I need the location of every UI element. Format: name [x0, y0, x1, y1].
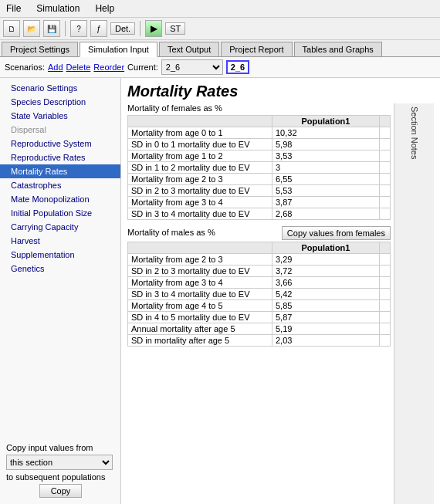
row-value[interactable]: 5,42: [272, 289, 380, 300]
reorder-scenario[interactable]: Reorder: [93, 63, 124, 72]
current-label: Current:: [127, 63, 158, 72]
table-row[interactable]: Mortality from age 0 to 110,32: [128, 127, 391, 139]
sidebar: Scenario Settings Species Description St…: [0, 78, 121, 504]
row-label: Mortality from age 3 to 4: [128, 277, 272, 289]
tab-tables-graphs[interactable]: Tables and Graphs: [294, 42, 382, 56]
table-row[interactable]: Mortality from age 2 to 33,29: [128, 254, 391, 266]
new-button[interactable]: 🗋: [3, 20, 20, 37]
row-value[interactable]: 5,98: [272, 139, 380, 151]
row-value[interactable]: 3,53: [272, 151, 380, 162]
table-row[interactable]: SD in 4 to 5 mortality due to EV5,87: [128, 312, 391, 323]
sidebar-item-species-description[interactable]: Species Description: [0, 95, 120, 109]
females-table: Population1 Mortality from age 0 to 110,…: [127, 115, 391, 220]
row-scroll-spacer: [380, 323, 391, 335]
det-button[interactable]: Det.: [110, 22, 135, 35]
tab-simulation-input[interactable]: Simulation Input: [80, 42, 157, 57]
table-row[interactable]: Mortality from age 2 to 36,55: [128, 174, 391, 185]
content-main: Mortality of females as % Population1: [127, 103, 394, 504]
table-row[interactable]: Annual mortality after age 55,19: [128, 323, 391, 335]
table-row[interactable]: SD in 2 to 3 mortality due to EV3,72: [128, 266, 391, 277]
row-value[interactable]: 3,29: [272, 254, 380, 266]
table-row[interactable]: Mortality from age 3 to 43,87: [128, 197, 391, 208]
row-value[interactable]: 3,66: [272, 277, 380, 289]
scenario-dropdown[interactable]: 2_6: [161, 59, 223, 75]
menu-help[interactable]: Help: [92, 2, 117, 15]
copy-label: Copy input values from: [6, 443, 115, 452]
row-value[interactable]: 3,87: [272, 197, 380, 208]
females-table-container[interactable]: Population1 Mortality from age 0 to 110,…: [127, 115, 391, 220]
row-label: Mortality from age 0 to 1: [128, 127, 272, 139]
females-table-label: Mortality of females as %: [127, 103, 391, 113]
open-button[interactable]: 📂: [23, 20, 40, 37]
table-row[interactable]: SD in 3 to 4 mortality due to EV5,42: [128, 289, 391, 300]
females-table-wrap: Population1 Mortality from age 0 to 110,…: [127, 115, 391, 220]
copy-section: Copy input values from this section to s…: [0, 443, 121, 498]
tabbar: Project Settings Simulation Input Text O…: [0, 40, 440, 57]
row-label: SD in 3 to 4 mortality due to EV: [128, 289, 272, 300]
table-row[interactable]: SD in 0 to 1 mortality due to EV5,98: [128, 139, 391, 151]
table-row[interactable]: Mortality from age 1 to 23,53: [128, 151, 391, 162]
sidebar-item-state-variables[interactable]: State Variables: [0, 109, 120, 123]
females-col-pop: Population1: [272, 116, 380, 127]
tab-text-output[interactable]: Text Output: [159, 42, 219, 56]
table-row[interactable]: Mortality from age 4 to 55,85: [128, 300, 391, 312]
row-value[interactable]: 3: [272, 162, 380, 174]
sidebar-item-harvest[interactable]: Harvest: [0, 234, 120, 248]
sidebar-item-catastrophes[interactable]: Catastrophes: [0, 178, 120, 192]
help-button[interactable]: ?: [70, 20, 87, 37]
sidebar-item-supplementation[interactable]: Supplementation: [0, 248, 120, 262]
row-label: SD in 0 to 1 mortality due to EV: [128, 139, 272, 151]
row-value[interactable]: 5,87: [272, 312, 380, 323]
row-scroll-spacer: [380, 151, 391, 162]
row-label: Mortality from age 4 to 5: [128, 300, 272, 312]
row-value[interactable]: 6,55: [272, 174, 380, 185]
table-row[interactable]: Mortality from age 3 to 43,66: [128, 277, 391, 289]
toolbar: 🗋 📂 💾 ? ƒ Det. ▶ ST: [0, 18, 440, 40]
row-scroll-spacer: [380, 127, 391, 139]
sidebar-item-reproductive-system[interactable]: Reproductive System: [0, 137, 120, 151]
sidebar-item-genetics[interactable]: Genetics: [0, 262, 120, 276]
formula-button[interactable]: ƒ: [90, 20, 107, 37]
row-value[interactable]: 5,85: [272, 300, 380, 312]
row-value[interactable]: 2,03: [272, 335, 380, 347]
sidebar-item-carrying-capacity[interactable]: Carrying Capacity: [0, 220, 120, 234]
row-label: Mortality from age 3 to 4: [128, 197, 272, 208]
tab-project-report[interactable]: Project Report: [221, 42, 292, 56]
row-value[interactable]: 5,53: [272, 185, 380, 197]
table-row[interactable]: SD in 2 to 3 mortality due to EV5,53: [128, 185, 391, 197]
table-row[interactable]: SD in mortality after age 52,03: [128, 335, 391, 347]
run-button[interactable]: ▶: [145, 20, 162, 37]
save-button[interactable]: 💾: [43, 20, 60, 37]
table-row[interactable]: SD in 3 to 4 mortality due to EV2,68: [128, 208, 391, 220]
delete-scenario[interactable]: Delete: [66, 63, 91, 72]
row-scroll-spacer: [380, 289, 391, 300]
tab-project-settings[interactable]: Project Settings: [2, 42, 78, 56]
row-value[interactable]: 3,72: [272, 266, 380, 277]
row-label: SD in 2 to 3 mortality due to EV: [128, 266, 272, 277]
st-button[interactable]: ST: [165, 22, 185, 35]
row-value[interactable]: 10,32: [272, 127, 380, 139]
menu-simulation[interactable]: Simulation: [33, 2, 83, 15]
males-table-container[interactable]: Population1 Mortality from age 2 to 33,2…: [127, 242, 391, 347]
sidebar-item-initial-population[interactable]: Initial Population Size: [0, 206, 120, 220]
row-label: SD in mortality after age 5: [128, 335, 272, 347]
section-notes-label: Section Notes: [410, 107, 419, 159]
sidebar-item-mortality-rates[interactable]: Mortality Rates: [0, 164, 120, 178]
add-scenario[interactable]: Add: [48, 63, 63, 72]
sidebar-item-reproductive-rates[interactable]: Reproductive Rates: [0, 151, 120, 164]
sidebar-item-mate-monopolization[interactable]: Mate Monopolization: [0, 192, 120, 206]
sidebar-item-scenario-settings[interactable]: Scenario Settings: [0, 81, 120, 95]
menu-file[interactable]: File: [3, 2, 24, 15]
table-row[interactable]: SD in 1 to 2 mortality due to EV3: [128, 162, 391, 174]
row-label: Annual mortality after age 5: [128, 323, 272, 335]
row-value[interactable]: 5,19: [272, 323, 380, 335]
row-label: Mortality from age 2 to 3: [128, 254, 272, 266]
menubar: File Simulation Help: [0, 0, 440, 18]
males-table-section: Population1 Mortality from age 2 to 33,2…: [127, 242, 391, 347]
copy-females-button[interactable]: Copy values from females: [282, 226, 391, 240]
copy-button[interactable]: Copy: [39, 484, 83, 498]
males-scroll-header: [380, 242, 391, 254]
copy-section-select[interactable]: this section: [6, 455, 113, 470]
sidebar-item-dispersal: Dispersal: [0, 123, 120, 137]
row-value[interactable]: 2,68: [272, 208, 380, 220]
